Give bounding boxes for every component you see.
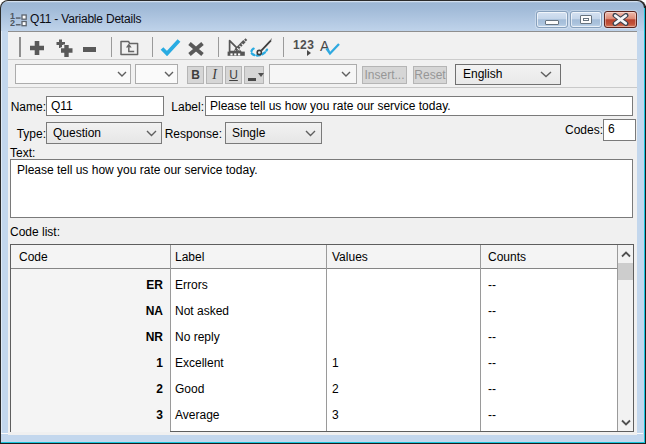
svg-text:2: 2 bbox=[10, 18, 15, 27]
